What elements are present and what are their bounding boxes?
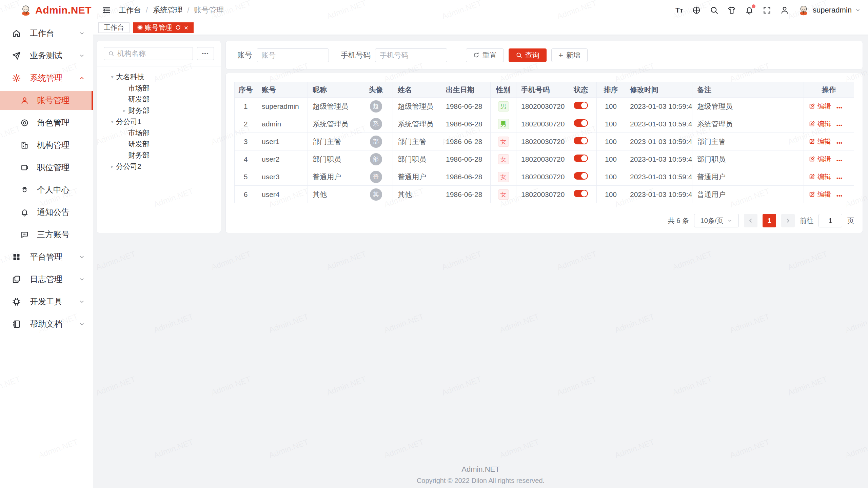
chevron-down-icon [79,30,85,36]
row-more-button[interactable]: ••• [836,193,843,199]
edit-button[interactable]: 编辑 [809,172,831,181]
theme-skin-icon[interactable] [727,6,736,15]
goto-page-input[interactable] [818,214,842,227]
status-toggle[interactable] [574,172,588,180]
status-toggle[interactable] [574,137,588,144]
active-tab-dot-icon [138,26,142,29]
edit-button[interactable]: 编辑 [809,102,831,111]
caret-right-icon[interactable]: ▸ [108,164,116,169]
breadcrumb-item[interactable]: 系统管理 [153,5,182,15]
edit-button[interactable]: 编辑 [809,137,831,146]
tree-node[interactable]: 市场部 [104,82,214,94]
sidebar-item-profile[interactable]: 个人中心 [0,180,93,199]
status-toggle[interactable] [574,190,588,197]
tree-node[interactable]: ▾大名科技 [104,71,214,82]
chevron-down-icon [79,254,85,260]
sidebar-item-help[interactable]: 帮助文档 [0,314,93,333]
avatar: 部 [370,136,382,148]
tab-account-management[interactable]: 账号管理 × [133,22,194,33]
tab-workbench[interactable]: 工作台 [98,22,130,33]
font-size-icon[interactable]: Tт [675,6,683,15]
sidebar-item-org[interactable]: 机构管理 [0,136,93,155]
total-count: 共 6 条 [668,216,689,225]
person-icon[interactable] [780,6,789,15]
tree-node[interactable]: ▾分公司1 [104,116,214,127]
query-button[interactable]: 查询 [509,48,547,62]
badge-icon [20,163,29,172]
notification-bell-icon[interactable] [745,6,754,15]
row-more-button[interactable]: ••• [836,105,843,110]
tree-node[interactable]: 市场部 [104,127,214,138]
fullscreen-icon[interactable] [763,6,771,15]
sidebar-item-role[interactable]: 角色管理 [0,113,93,132]
org-search-input[interactable] [117,49,189,58]
row-more-button[interactable]: ••• [836,140,843,146]
reset-button[interactable]: 重置 [466,48,504,62]
user-menu[interactable]: superadmin [798,4,861,16]
chevron-down-icon [727,218,732,223]
topbar-actions: Tт superadmin [675,4,861,16]
collapse-menu-icon[interactable] [102,5,111,15]
tree-more-button[interactable]: ••• [197,47,214,60]
status-toggle[interactable] [574,119,588,127]
breadcrumb-item[interactable]: 工作台 [119,5,141,15]
sidebar-item-workbench[interactable]: 工作台 [0,24,93,43]
edit-button[interactable]: 编辑 [809,190,831,199]
pagination: 共 6 条 10条/页 1 前往 页 [668,214,854,227]
sidebar-item-account[interactable]: 账号管理 [0,91,93,110]
prev-page-button[interactable] [744,214,757,227]
bell-icon [20,208,29,217]
status-toggle[interactable] [574,155,588,162]
caret-right-icon[interactable]: ▸ [121,108,128,113]
language-icon[interactable] [692,6,701,15]
row-more-button[interactable]: ••• [836,158,843,163]
sidebar-item-log[interactable]: 日志管理 [0,270,93,289]
account-input[interactable] [257,48,329,62]
tree-node[interactable]: 财务部 [104,149,214,161]
row-more-button[interactable]: ••• [836,176,843,181]
send-icon [12,51,21,60]
tree-node[interactable]: ▸财务部 [104,105,214,116]
chevron-down-icon [855,7,861,13]
avatar: 普 [370,171,382,183]
avatar [798,4,809,16]
sidebar-item-notice[interactable]: 通知公告 [0,203,93,222]
org-search-box [104,47,193,60]
search-icon[interactable] [710,6,718,15]
page-size-select[interactable]: 10条/页 [694,214,739,227]
logo[interactable]: Admin.NET [0,0,93,20]
edit-button[interactable]: 编辑 [809,119,831,128]
sidebar-item-devtools[interactable]: 开发工具 [0,292,93,311]
table-header-row: 序号 账号 昵称 头像 姓名 出生日期 性别 手机号码 状态 排序 修改时间 备… [235,82,854,98]
tree-node[interactable]: 研发部 [104,94,214,105]
edit-button[interactable]: 编辑 [809,155,831,164]
table-row: 3 user1 部门主管 部 部门主管 1986-06-28 女 1802003… [235,133,854,150]
main-content: ••• ▾大名科技 市场部 研发部 ▸财务部 ▾分公司1 市场部 研发部 财务部… [93,35,868,488]
divider [97,66,221,66]
add-button[interactable]: + 新增 [551,48,588,62]
phone-input[interactable] [375,48,447,62]
caret-down-icon[interactable]: ▾ [108,74,116,80]
sidebar-item-position[interactable]: 职位管理 [0,158,93,177]
sidebar-item-platform[interactable]: 平台管理 [0,247,93,266]
tree-node[interactable]: ▸分公司2 [104,161,214,172]
next-page-button[interactable] [781,214,795,227]
status-toggle[interactable] [574,102,588,109]
person-hat-icon [20,186,29,194]
current-page-button[interactable]: 1 [763,214,776,227]
table-row: 4 user2 部门职员 部 部门职员 1986-06-28 女 1802003… [235,150,854,168]
refresh-tab-icon[interactable] [175,24,181,30]
tree-node[interactable]: 研发部 [104,138,214,149]
sidebar-item-thirdparty[interactable]: 三方账号 [0,225,93,244]
edit-icon [809,174,815,180]
sidebar-group-system[interactable]: 系统管理 [0,68,93,87]
edit-icon [809,138,815,145]
caret-down-icon[interactable]: ▾ [108,119,116,124]
chip-icon [12,297,21,306]
row-more-button[interactable]: ••• [836,123,843,128]
sidebar-item-business-test[interactable]: 业务测试 [0,46,93,65]
filter-panel: 账号 手机号码 重置 查询 + 新增 [225,41,863,69]
close-tab-icon[interactable]: × [184,24,188,31]
gender-badge: 男 [498,101,509,111]
username: superadmin [813,6,852,15]
